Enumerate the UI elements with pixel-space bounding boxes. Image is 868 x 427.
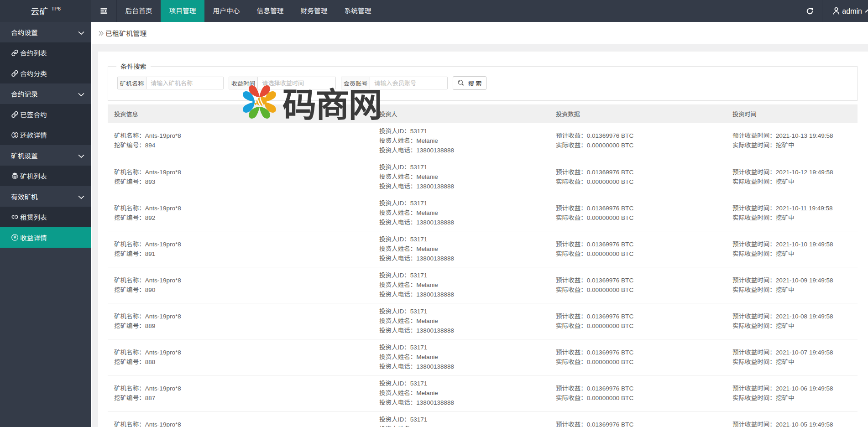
- svg-text:$: $: [13, 132, 16, 137]
- svg-text:¥: ¥: [13, 234, 16, 240]
